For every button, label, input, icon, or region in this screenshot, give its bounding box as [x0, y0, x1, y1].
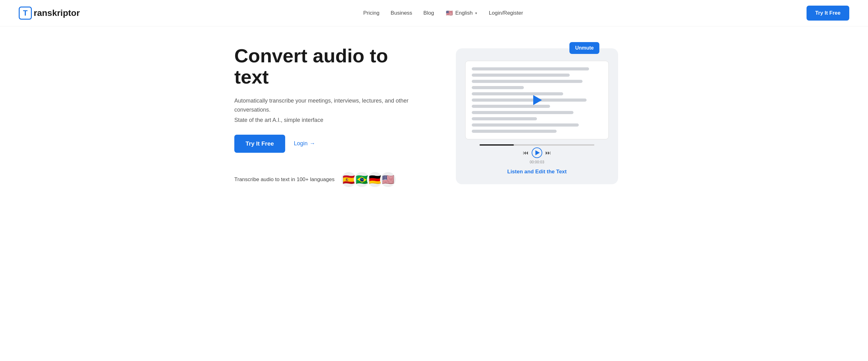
nav-try-button[interactable]: Try It Free	[807, 6, 849, 21]
timestamp: 00:00:03	[530, 160, 545, 164]
nav-login[interactable]: Login/Register	[489, 10, 523, 16]
navbar: T ranskriptor Pricing Business Blog 🇺🇸 E…	[0, 0, 868, 27]
hero-visual: Unmute	[456, 48, 618, 184]
progress-fill	[479, 144, 514, 145]
language-flag: 🇺🇸	[445, 9, 453, 17]
hero-actions: Try It Free Login →	[234, 135, 422, 153]
hero-section: Convert audio to text Automatically tran…	[216, 27, 652, 200]
text-line	[472, 111, 574, 114]
text-line	[472, 105, 550, 108]
hero-right: Unmute	[440, 48, 634, 184]
play-icon-overlay[interactable]	[532, 95, 542, 105]
text-line	[472, 80, 583, 83]
text-line	[472, 86, 524, 89]
text-line	[472, 124, 579, 127]
text-line	[472, 99, 587, 102]
language-label: English	[455, 10, 473, 16]
flag-stack: 🇪🇸 🇧🇷 🇩🇪 🇺🇸	[341, 171, 396, 188]
hero-login-arrow-icon: →	[310, 140, 315, 147]
nav-links: Pricing Business Blog 🇺🇸 English ▼ Login…	[363, 9, 523, 17]
edit-caption[interactable]: Listen and Edit the Text	[465, 169, 609, 175]
hero-try-button[interactable]: Try It Free	[234, 135, 285, 153]
text-line	[472, 130, 557, 133]
text-line	[472, 117, 537, 120]
transcript-box	[465, 61, 609, 139]
language-selector[interactable]: 🇺🇸 English ▼	[445, 9, 478, 17]
text-line	[472, 92, 563, 95]
logo-icon: T	[19, 6, 32, 20]
flag-usa: 🇺🇸	[380, 171, 396, 188]
play-button[interactable]	[532, 147, 542, 158]
fast-forward-button[interactable]: ⏭	[546, 150, 551, 156]
player-controls: ⏮ ⏭	[523, 147, 551, 158]
languages-row: Transcribe audio to text in 100+ languag…	[234, 171, 422, 188]
text-line	[472, 73, 570, 77]
play-icon	[535, 150, 540, 155]
hero-title: Convert audio to text	[234, 45, 422, 88]
nav-business[interactable]: Business	[391, 10, 412, 16]
hero-login-link[interactable]: Login →	[294, 140, 315, 147]
logo[interactable]: T ranskriptor	[19, 6, 80, 20]
hero-description-2: State of the art A.I., simple interface	[234, 117, 422, 124]
hero-description-1: Automatically transcribe your meetings, …	[234, 96, 422, 114]
audio-player: ⏮ ⏭ 00:00:03	[465, 144, 609, 164]
logo-name: ranskriptor	[34, 8, 80, 18]
hero-left: Convert audio to text Automatically tran…	[234, 45, 422, 188]
unmute-badge[interactable]: Unmute	[569, 42, 599, 54]
nav-blog[interactable]: Blog	[424, 10, 434, 16]
chevron-down-icon: ▼	[474, 11, 478, 15]
hero-login-label: Login	[294, 140, 308, 147]
logo-letter: T	[23, 9, 28, 18]
text-line	[472, 67, 589, 70]
languages-text: Transcribe audio to text in 100+ languag…	[234, 176, 335, 183]
progress-bar[interactable]	[479, 144, 594, 145]
play-triangle-icon	[533, 95, 542, 105]
nav-pricing[interactable]: Pricing	[363, 10, 379, 16]
rewind-button[interactable]: ⏮	[523, 150, 529, 156]
